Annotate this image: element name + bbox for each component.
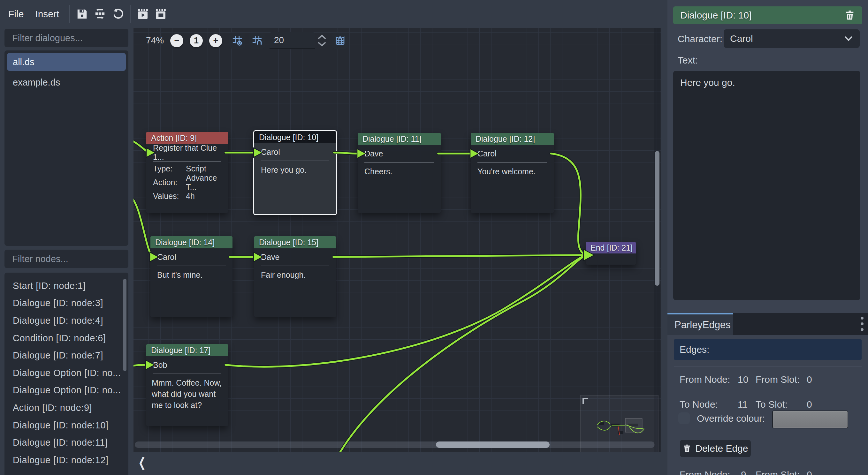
node-header[interactable]: Dialogue [ID: 15]: [254, 236, 336, 248]
new-dialogue-icon[interactable]: [152, 5, 169, 23]
node-header[interactable]: Action [ID: 9]: [146, 132, 228, 144]
node-divider: [153, 161, 221, 162]
nodes-filter: [4, 250, 128, 268]
from-node-value: 10: [738, 374, 748, 385]
node-header[interactable]: Dialogue [ID: 17]: [146, 344, 228, 356]
node-text: Here you go.: [254, 161, 336, 176]
toolbar-separator: [175, 5, 175, 23]
bottom-tabs: ParleyEdges: [668, 313, 868, 335]
edge-to-row: To Node: 11 To Slot: 0: [668, 399, 868, 412]
node-header[interactable]: Dialogue [ID: 14]: [150, 236, 232, 248]
minimap-toggle[interactable]: [332, 33, 348, 49]
node-header[interactable]: Dialogue [ID: 10]: [254, 131, 336, 143]
menu-file[interactable]: File: [3, 0, 29, 28]
node-list-item[interactable]: Dialogue [ID: node:3]: [4, 295, 128, 312]
node-text: Fair enough.: [254, 266, 336, 281]
divider: [674, 460, 862, 460]
graph-node-end-21[interactable]: End [ID: 21]: [586, 242, 636, 265]
node-list-item[interactable]: Dialogue [ID: node:12]: [4, 451, 128, 469]
node-slot-row: Dave: [254, 248, 336, 265]
node-list-item[interactable]: Action [ID: node:9]: [4, 399, 128, 417]
minimap-viewport[interactable]: [625, 418, 642, 432]
graph-node-action-9[interactable]: Action [ID: 9] Register that Clue 1... T…: [146, 132, 228, 213]
save-icon[interactable]: [73, 5, 91, 23]
graph-node-dialogue-17[interactable]: Dialogue [ID: 17] Bob Mmm. Coffee. Now, …: [146, 344, 228, 426]
snap-step-field[interactable]: 20: [270, 32, 315, 49]
node-list-item[interactable]: Condition [ID: node:6]: [4, 329, 128, 347]
minimap[interactable]: [580, 395, 658, 452]
override-colour-checkbox[interactable]: [678, 412, 690, 424]
node-text: But it's mine.: [150, 266, 232, 281]
node-list-item[interactable]: Dialogue [ID: node:11]: [4, 434, 128, 451]
main-toolbar: File Insert: [0, 0, 664, 28]
node-divider: [261, 265, 329, 266]
trash-icon: [682, 444, 691, 453]
undo-icon[interactable]: [109, 5, 127, 23]
to-node-value: 11: [738, 399, 748, 410]
edges-section-header: Edges:: [674, 339, 862, 360]
nodes-list-scrollbar[interactable]: [123, 279, 126, 371]
reorder-nodes-icon[interactable]: [91, 5, 109, 23]
edge-from-row: From Node: 9 From Slot: 0: [668, 469, 868, 475]
node-list-item[interactable]: Dialogue Option [ID: no...: [4, 364, 128, 382]
graph-node-dialogue-12[interactable]: Dialogue [ID: 12] Carol You're welcome.: [471, 133, 554, 213]
text-label: Text:: [678, 55, 698, 66]
node-list-item[interactable]: Dialogue [ID: node:4]: [4, 312, 128, 329]
test-dialogue-icon[interactable]: [134, 5, 152, 23]
graph-node-dialogue-14[interactable]: Dialogue [ID: 14] Carol But it's mine.: [150, 236, 232, 317]
node-slot-row: Register that Clue 1...: [146, 144, 228, 161]
node-divider: [157, 265, 226, 266]
node-text: You're welcome.: [471, 163, 554, 177]
node-title: Dialogue [ID: 11]: [363, 134, 421, 144]
snap-to-grid-toggle[interactable]: [229, 33, 245, 49]
spin-up-icon[interactable]: [317, 34, 327, 39]
tab-parley-edges[interactable]: ParleyEdges: [668, 313, 733, 335]
node-slot-row: Carol: [254, 143, 336, 161]
text-input[interactable]: Here you go.: [673, 71, 860, 300]
node-divider: [364, 162, 434, 163]
node-divider: [153, 374, 221, 374]
nodes-filter-input[interactable]: [4, 254, 132, 264]
zoom-percent-label: 74%: [146, 35, 168, 46]
graph-node-dialogue-11[interactable]: Dialogue [ID: 11] Dave Cheers.: [358, 133, 441, 213]
collapse-panel-icon[interactable]: ❮: [138, 455, 146, 470]
node-text: Mmm. Coffee. Now, what did you want me t…: [146, 374, 228, 411]
canvas-hscrollbar[interactable]: [135, 442, 655, 448]
override-colour-swatch[interactable]: [772, 411, 848, 429]
zoom-in-button[interactable]: +: [209, 34, 222, 47]
node-slot-row: Dave: [358, 145, 441, 162]
inspector-title: Dialogue [ID: 10]: [680, 10, 751, 21]
delete-node-icon[interactable]: [844, 10, 855, 21]
file-item-selected[interactable]: all.ds: [7, 53, 126, 71]
node-list-item[interactable]: Dialogue [ID: node:10]: [4, 417, 128, 434]
minimap-resize-handle: [583, 399, 588, 404]
zoom-out-button[interactable]: −: [170, 34, 183, 47]
spin-down-icon[interactable]: [317, 42, 327, 47]
edge-from-row: From Node: 10 From Slot: 0: [668, 374, 868, 387]
node-list-item[interactable]: Start [ID: node:1]: [4, 277, 128, 295]
panel-menu-icon[interactable]: [861, 317, 864, 331]
node-list-item[interactable]: Dialogue [ID: node:7]: [4, 347, 128, 364]
zoom-reset-button[interactable]: 1: [190, 34, 203, 47]
node-title: Dialogue [ID: 12]: [475, 134, 535, 144]
graph-node-dialogue-10[interactable]: Dialogue [ID: 10] Carol Here you go.: [253, 130, 337, 215]
menu-insert[interactable]: Insert: [29, 0, 65, 28]
node-list-item[interactable]: Dialogue Option [ID: no...: [4, 382, 128, 399]
delete-edge-button[interactable]: Delete Edge: [680, 440, 751, 457]
canvas-vscrollbar-thumb[interactable]: [655, 151, 659, 286]
chevron-down-icon: [844, 35, 853, 42]
character-dropdown[interactable]: Carol: [724, 29, 860, 48]
canvas-hscrollbar-thumb[interactable]: [436, 442, 550, 448]
dialogues-filter-input[interactable]: [4, 33, 132, 43]
canvas-vscrollbar[interactable]: [654, 28, 660, 452]
graph-canvas[interactable]: Action [ID: 9] Register that Clue 1... T…: [133, 28, 661, 452]
override-colour-label: Override colour:: [697, 413, 765, 424]
node-header[interactable]: End [ID: 21]: [586, 242, 636, 253]
node-title: Dialogue [ID: 14]: [155, 238, 215, 247]
node-header[interactable]: Dialogue [ID: 11]: [358, 133, 441, 145]
node-header[interactable]: Dialogue [ID: 12]: [471, 133, 554, 145]
node-title: Dialogue [ID: 10]: [259, 133, 318, 142]
file-item[interactable]: example.ds: [4, 73, 128, 91]
graph-node-dialogue-15[interactable]: Dialogue [ID: 15] Dave Fair enough.: [254, 236, 336, 317]
grid-snap-toggle[interactable]: [249, 33, 265, 49]
